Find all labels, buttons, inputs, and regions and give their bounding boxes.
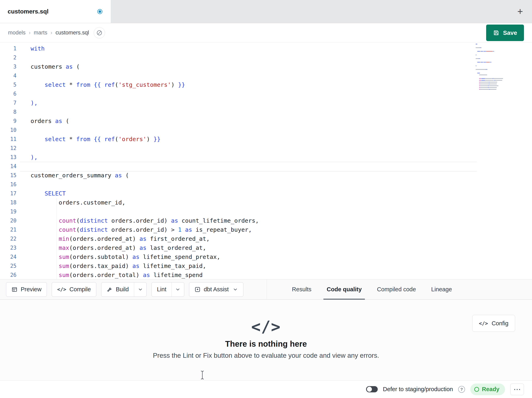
code-line[interactable]: 16: [0, 180, 532, 189]
code-line[interactable]: 21 count(distinct orders.order_id) > 1 a…: [0, 225, 532, 234]
code-line[interactable]: 20 count(distinct orders.order_id) as co…: [0, 216, 532, 225]
minimap-segment: [477, 51, 480, 52]
toolbar-divider: [267, 280, 267, 299]
minimap-segment: [479, 74, 487, 75]
code-token: ),: [31, 154, 38, 161]
hammer-icon: [107, 287, 113, 293]
defer-toggle[interactable]: [366, 386, 378, 392]
code-token: sum: [59, 262, 69, 269]
code-line[interactable]: 26 sum(orders.order_total) as lifetime_s…: [0, 271, 532, 279]
minimap-row: [476, 80, 508, 81]
minimap-segment: [476, 74, 479, 75]
code-token: from: [76, 136, 90, 143]
line-number: 19: [0, 207, 20, 216]
code-line-text: [20, 144, 31, 153]
code-editor[interactable]: 1with23customers as (45 select * from {{…: [0, 42, 532, 279]
file-state-button[interactable]: [94, 27, 105, 39]
code-token: {{: [94, 136, 104, 143]
code-line[interactable]: 13),: [0, 153, 532, 162]
tab-results[interactable]: Results: [291, 280, 313, 299]
code-line[interactable]: 9orders as (: [0, 117, 532, 126]
code-token: [182, 226, 185, 233]
minimap-segment: [477, 73, 480, 73]
breadcrumb-marts[interactable]: marts: [34, 30, 47, 36]
code-line[interactable]: 7),: [0, 98, 532, 107]
code-line[interactable]: 19: [0, 207, 532, 216]
minimap-segment: [476, 65, 476, 66]
code-line[interactable]: 18 orders.customer_id,: [0, 198, 532, 207]
code-line[interactable]: 23 max(orders.ordered_at) as last_ordere…: [0, 243, 532, 252]
code-token: distinct: [80, 217, 108, 224]
tab-title: customers.sql: [8, 8, 49, 15]
dbt-assist-button[interactable]: dbt Assist: [189, 282, 243, 297]
code-line[interactable]: 25 sum(orders.tax_paid) as lifetime_tax_…: [0, 261, 532, 271]
lint-button[interactable]: Lint: [152, 282, 171, 297]
code-line[interactable]: 5 select * from {{ ref('stg_customers') …: [0, 80, 532, 89]
minimap-segment: [476, 84, 479, 84]
code-line[interactable]: 24 sum(orders.subtotal) as lifetime_spen…: [0, 252, 532, 261]
code-line[interactable]: 22 min(orders.ordered_at) as first_order…: [0, 234, 532, 243]
code-brackets-icon: </>: [0, 300, 532, 336]
tab-compiled-code[interactable]: Compiled code: [376, 280, 417, 299]
code-line[interactable]: 12: [0, 144, 532, 153]
compile-button[interactable]: </> Compile: [52, 282, 96, 297]
breadcrumb-separator: ›: [29, 30, 31, 36]
minimap-row: [476, 82, 508, 83]
minimap-row: [476, 74, 508, 75]
code-token: orders.order_id: [108, 217, 164, 224]
new-tab-button[interactable]: +: [513, 5, 527, 18]
tab-lineage[interactable]: Lineage: [430, 280, 453, 299]
code-token: with: [31, 45, 45, 52]
preview-button[interactable]: Preview: [6, 282, 47, 297]
code-token: [31, 217, 59, 224]
save-button[interactable]: Save: [486, 25, 524, 41]
minimap-row: [476, 51, 508, 52]
code-line-text: [20, 89, 31, 98]
code-line[interactable]: 8: [0, 107, 532, 117]
code-line[interactable]: 17 SELECT: [0, 189, 532, 198]
minimap-segment: [480, 58, 480, 59]
code-line[interactable]: 6: [0, 89, 532, 98]
code-line[interactable]: 15customer_orders_summary as (: [0, 171, 532, 180]
help-icon[interactable]: ?: [458, 386, 465, 393]
code-token: min: [59, 235, 69, 242]
minimap-segment: [476, 58, 479, 59]
code-line[interactable]: 1with: [0, 44, 532, 53]
minimap-row: [476, 89, 508, 90]
code-line[interactable]: 10: [0, 126, 532, 135]
line-number: 23: [0, 243, 20, 252]
breadcrumb-separator: ›: [51, 30, 52, 36]
minimap-segment: [481, 51, 483, 52]
code-line-text: select * from {{ ref('stg_customers') }}: [20, 80, 185, 89]
code-token: (: [62, 117, 69, 124]
code-token: orders: [31, 117, 55, 124]
tab-code-quality[interactable]: Code quality: [325, 280, 363, 299]
editor-minimap[interactable]: [476, 44, 508, 91]
minimap-row: [476, 62, 508, 63]
more-options-button[interactable]: ⋯: [510, 384, 524, 395]
code-line[interactable]: 3customers as (: [0, 62, 532, 71]
code-line[interactable]: 11 select * from {{ ref('orders') }}: [0, 135, 532, 144]
code-token: 'stg_customers': [119, 81, 171, 88]
chevron-down-icon: [175, 287, 180, 292]
minimap-row: [476, 44, 508, 45]
code-line[interactable]: 2: [0, 53, 532, 62]
minimap-segment: [476, 69, 486, 70]
line-number: 18: [0, 198, 20, 207]
breadcrumb-models[interactable]: models: [8, 30, 25, 36]
tab-customers-sql[interactable]: customers.sql: [0, 0, 111, 23]
code-line-cursor[interactable]: 14: [0, 162, 532, 171]
build-button[interactable]: Build: [101, 282, 134, 297]
lint-dropdown-button[interactable]: [171, 282, 184, 297]
minimap-segment: [480, 87, 488, 88]
minimap-segment: [489, 85, 498, 86]
circle-slash-icon: [96, 30, 102, 36]
code-token: ): [164, 217, 171, 224]
config-button[interactable]: </> Config: [472, 315, 515, 332]
code-token: ): [146, 136, 153, 143]
code-token: 1: [178, 226, 181, 233]
code-line[interactable]: 4: [0, 71, 532, 80]
code-token: [90, 81, 94, 88]
line-number: 21: [0, 225, 20, 234]
build-dropdown-button[interactable]: [134, 282, 146, 297]
